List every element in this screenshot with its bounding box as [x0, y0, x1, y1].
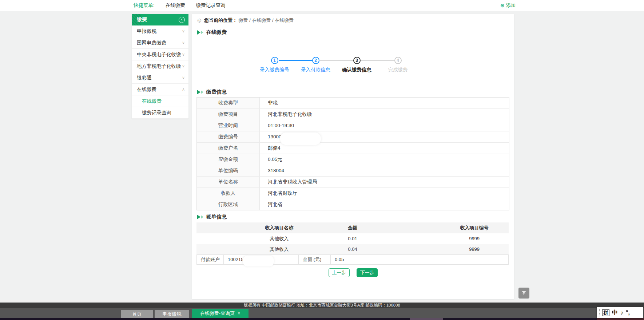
taskbar-tab[interactable]: 首页: [121, 310, 153, 318]
scroll-to-top-button[interactable]: [518, 288, 529, 299]
ime-glyph-♪[interactable]: ♪: [620, 310, 623, 316]
ime-glyph-°,[interactable]: °,: [626, 310, 630, 316]
quick-menu-item[interactable]: 在线缴费: [166, 2, 185, 9]
bill-cell: 0.04: [348, 244, 357, 254]
sidebar-item[interactable]: 在线缴费∧: [132, 84, 188, 95]
section-bill-info: 账单信息: [197, 214, 227, 220]
row-value: 01:00-19:30: [260, 120, 509, 131]
bill-row: 其他收入0.019999: [196, 233, 509, 244]
sidebar-item-label: 在线缴费: [137, 84, 156, 95]
sidebar-item-label: 在线缴费: [142, 95, 162, 107]
breadcrumb: ◎ 您当前的位置： 缴费 / 在线缴费 / 在线缴费: [197, 17, 294, 24]
step-label: 完成缴费: [377, 67, 418, 73]
table-row: 缴费户名邮储4: [197, 143, 509, 154]
column-header: 收入项目编号: [460, 222, 489, 233]
collapse-panel-icon[interactable]: ‹: [179, 17, 185, 23]
row-label: 缴费户名: [197, 143, 260, 154]
row-label: 营业时间: [197, 120, 260, 131]
add-label: 添加: [506, 2, 516, 9]
app-window: 快捷菜单: 在线缴费缴费记录查询 ⊕ 添加 缴费 ‹ 申报缴税∨国网电费缴费∨中…: [0, 0, 644, 320]
previous-step-button[interactable]: 上一步: [329, 268, 350, 277]
taskbar: 首页申报缴税在线缴费-查询页×: [0, 308, 644, 318]
row-label: 应缴金额: [197, 154, 260, 165]
bill-cell: 9999: [469, 233, 480, 244]
payer-account-value: 1002158: [224, 255, 299, 264]
play-icon: [201, 215, 203, 219]
taskbar-tab-label: 首页: [132, 311, 142, 317]
value-text: 河北非税电子化收缴: [268, 111, 312, 117]
sidebar-item-label: 地方非税电子化收缴: [137, 60, 181, 72]
sidebar-item[interactable]: 银彩通∨: [132, 72, 188, 84]
add-button[interactable]: ⊕ 添加: [500, 0, 516, 11]
sidebar: 缴费 ‹ 申报缴税∨国网电费缴费∨中央非税电子化收缴∨地方非税电子化收缴∨银彩通…: [132, 14, 188, 119]
row-label: 单位编码: [197, 165, 260, 176]
section-title: 缴费信息: [206, 89, 227, 95]
table-row: 单位名称河北省非税收入管理局: [197, 177, 509, 188]
row-value: 318004: [260, 165, 509, 176]
step-4: 4完成缴费: [377, 57, 418, 73]
chevron-down-icon: ∨: [182, 37, 185, 48]
row-value: 13000048342: [260, 131, 509, 142]
ime-glyph-拼[interactable]: 拼: [602, 309, 609, 316]
step-number: 3: [353, 57, 361, 64]
sidebar-item-label: 申报缴税: [137, 25, 156, 37]
step-2: 2录入付款信息: [295, 57, 336, 73]
ime-glyph-中[interactable]: 中: [612, 310, 618, 316]
taskbar-tab-label: 在线缴费-查询页: [200, 311, 235, 316]
value-text: 河北省非税收入管理局: [268, 179, 317, 185]
quick-menu-label: 快捷菜单:: [134, 2, 155, 9]
row-value: 河北省: [260, 199, 509, 210]
taskbar-tab-label: 申报缴税: [163, 311, 182, 317]
play-icon: [201, 90, 203, 94]
plus-circle-icon: ⊕: [500, 3, 505, 8]
step-label: 录入付款信息: [295, 67, 336, 73]
table-row: 行政区域河北省: [197, 199, 509, 210]
ime-toolbar: 拼中♪°,: [597, 307, 643, 318]
sidebar-item[interactable]: 国网电费缴费∨: [132, 37, 188, 49]
value-text: 河北省财政厅: [268, 190, 297, 196]
row-value: 河北省非税收入管理局: [260, 177, 509, 187]
table-row: 应缴金额0.05元: [197, 154, 509, 165]
bill-cell: 其他收入: [270, 244, 289, 254]
column-header: 收入项目名称: [265, 222, 293, 233]
payment-info-table: 收费类型非税缴费项目河北非税电子化收缴营业时间01:00-19:30缴费编号13…: [196, 97, 509, 210]
scrollbar-thumb[interactable]: [410, 318, 443, 320]
sidebar-item[interactable]: 申报缴税∨: [132, 25, 188, 37]
sidebar-item-label: 银彩通: [137, 72, 152, 83]
sidebar-subitem[interactable]: 在线缴费: [132, 95, 188, 107]
redaction-overlay: [280, 133, 321, 145]
row-value: 非税: [260, 98, 509, 108]
row-label: 收款人: [197, 188, 260, 199]
play-icon: [201, 31, 203, 34]
payer-account-row: 付款账户 1002158 金额 (元) 0.05: [196, 254, 509, 265]
row-value: 河北非税电子化收缴: [260, 109, 509, 120]
chevron-down-icon: ∨: [182, 72, 185, 83]
sidebar-item[interactable]: 地方非税电子化收缴∨: [132, 60, 188, 72]
quick-menu-item[interactable]: 缴费记录查询: [196, 2, 226, 9]
sidebar-subitem[interactable]: 缴费记录查询: [132, 107, 188, 119]
taskbar-tab[interactable]: 申报缴税: [155, 310, 189, 318]
chevron-down-icon: ∨: [182, 60, 185, 72]
chevron-up-icon: ∧: [182, 84, 185, 95]
sidebar-header-payment[interactable]: 缴费 ‹: [132, 14, 188, 25]
chevron-down-icon: ∨: [182, 49, 185, 60]
taskbar-tab[interactable]: 在线缴费-查询页×: [192, 309, 249, 318]
close-tab-icon[interactable]: ×: [238, 311, 240, 316]
bill-row: 其他收入0.049999: [196, 244, 509, 254]
column-header: 金额: [348, 222, 357, 233]
value-text: 邮储4: [268, 145, 281, 151]
play-icon: [197, 215, 200, 219]
bill-info-table: 收入项目名称金额收入项目编号其他收入0.019999其他收入0.049999: [196, 222, 509, 254]
value-text: 318004: [268, 168, 284, 173]
ime-drag-handle-icon[interactable]: [599, 309, 600, 316]
value-text: 0.05元: [268, 157, 282, 162]
progress-stepper: 1录入缴费编号2录入付款信息3确认缴费信息4完成缴费: [254, 57, 418, 73]
value-text: 01:00-19:30: [268, 123, 294, 128]
play-icon: [197, 30, 200, 35]
amount-value: 0.05: [331, 255, 508, 264]
bottom-strip-segment: [597, 318, 644, 320]
sidebar-item[interactable]: 中央非税电子化收缴∨: [132, 49, 188, 60]
payer-account-label: 付款账户: [197, 255, 224, 264]
next-step-button[interactable]: 下一步: [357, 268, 378, 277]
chevron-down-icon: ∨: [182, 25, 185, 37]
